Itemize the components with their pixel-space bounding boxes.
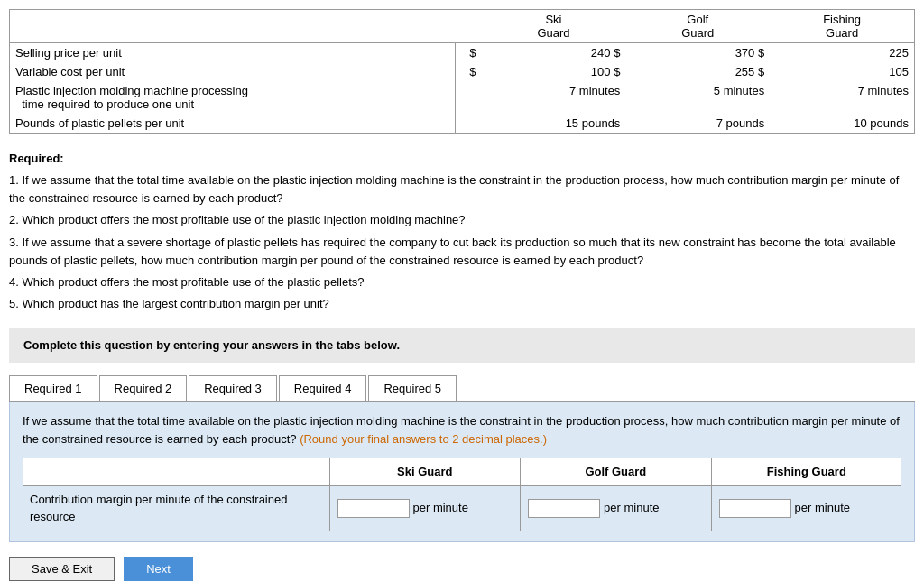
save-exit-button[interactable]: Save & Exit <box>9 557 115 581</box>
golf-answer-cell: per minute <box>521 485 712 531</box>
tab-orange-text: (Round your final answers to 2 decimal p… <box>300 432 547 446</box>
fishing-answer-input[interactable] <box>719 499 791 518</box>
answer-header-fishing: Fishing Guard <box>711 458 901 485</box>
question-1: 1. If we assume that the total time avai… <box>9 171 915 208</box>
answer-row-label: Contribution margin per minute of the co… <box>23 485 329 531</box>
ski-answer-cell: per minute <box>329 485 521 531</box>
question-5: 5. Which product has the largest contrib… <box>9 295 915 313</box>
question-3: 3. If we assume that a severe shortage o… <box>9 234 915 270</box>
golf-variable-cost: 255 $ <box>625 62 770 81</box>
fishing-selling-price: 225 <box>770 43 914 63</box>
golf-answer-input[interactable] <box>528 499 600 518</box>
bottom-buttons: Save & Exit Next <box>9 557 915 581</box>
fishing-pellets: 10 pounds <box>770 114 914 133</box>
table-row: Selling price per unit $ 240 $ 370 $ 225 <box>10 43 914 63</box>
ski-answer-input[interactable] <box>337 499 410 518</box>
ski-pellets: 15 pounds <box>482 114 626 133</box>
tab-required-4[interactable]: Required 4 <box>279 375 367 401</box>
required-heading: Required: <box>9 152 64 165</box>
tab-required-2[interactable]: Required 2 <box>99 375 188 401</box>
row-selling-price-label: Selling price per unit <box>10 43 456 63</box>
golf-unit-label: per minute <box>604 499 659 517</box>
fishing-variable-cost: 105 <box>770 62 914 81</box>
golf-selling-price: 370 $ <box>625 43 770 63</box>
ski-machine-time: 7 minutes <box>482 81 626 114</box>
header-fishing-guard: FishingGuard <box>770 10 914 43</box>
ski-unit-label: per minute <box>413 499 468 517</box>
golf-pellets: 7 pounds <box>625 114 770 133</box>
ski-selling-price: 240 $ <box>482 43 626 63</box>
answer-header-label-col <box>23 458 329 485</box>
next-button[interactable]: Next <box>124 557 193 581</box>
golf-machine-time: 5 minutes <box>625 81 770 114</box>
required-section: Required: 1. If we assume that the total… <box>9 150 915 313</box>
question-2: 2. Which product offers the most profita… <box>9 211 915 229</box>
tab-required-1[interactable]: Required 1 <box>9 375 97 401</box>
instruction-text: Complete this question by entering your … <box>23 338 400 352</box>
row-variable-cost-label: Variable cost per unit <box>10 62 456 81</box>
row-pellets-label: Pounds of plastic pellets per unit <box>10 114 456 133</box>
answer-row: Contribution margin per minute of the co… <box>23 485 901 531</box>
dollar-sym-2: $ <box>456 62 482 81</box>
table-row: Variable cost per unit $ 100 $ 255 $ 105 <box>10 62 914 81</box>
answer-header-golf: Golf Guard <box>521 458 712 485</box>
header-golf-guard: GolfGuard <box>625 10 770 43</box>
dollar-sym-1: $ <box>456 43 482 63</box>
question-4: 4. Which product offers the most profita… <box>9 273 915 291</box>
instruction-box: Complete this question by entering your … <box>9 328 915 363</box>
product-data-table: SkiGuard GolfGuard FishingGuard Selling … <box>9 9 915 134</box>
answer-table: Ski Guard Golf Guard Fishing Guard Contr… <box>23 458 901 531</box>
answer-table-wrapper: Ski Guard Golf Guard Fishing Guard Contr… <box>23 458 901 531</box>
header-ski-guard: SkiGuard <box>482 10 626 43</box>
answer-header-ski: Ski Guard <box>329 458 521 485</box>
tab-1-content: If we assume that the total time availab… <box>9 402 915 542</box>
tab-required-5[interactable]: Required 5 <box>368 375 457 401</box>
fishing-answer-cell: per minute <box>711 485 901 531</box>
tab-required-3[interactable]: Required 3 <box>189 375 277 401</box>
fishing-unit-label: per minute <box>795 499 850 517</box>
fishing-machine-time: 7 minutes <box>770 81 914 114</box>
row-machine-time-label: Plastic injection molding machine proces… <box>10 81 456 114</box>
table-row: Pounds of plastic pellets per unit 15 po… <box>10 114 914 133</box>
table-row: Plastic injection molding machine proces… <box>10 81 914 114</box>
ski-variable-cost: 100 $ <box>482 62 626 81</box>
tabs-row: Required 1 Required 2 Required 3 Require… <box>9 375 915 402</box>
header-label-col <box>10 10 456 43</box>
